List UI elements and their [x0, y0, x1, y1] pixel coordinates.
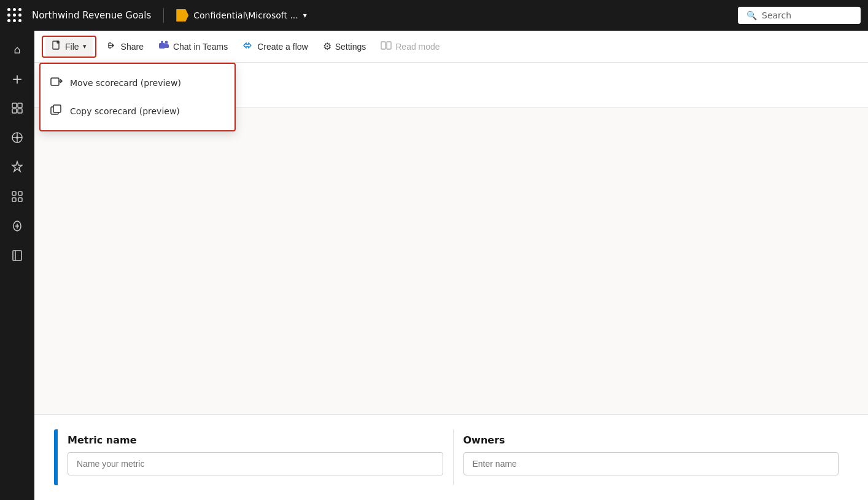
sidebar-item-browse[interactable]	[4, 95, 31, 122]
file-button[interactable]: File ▾	[45, 37, 93, 57]
svg-rect-14	[13, 251, 21, 260]
move-scorecard-label: Move scorecard (preview)	[70, 78, 181, 88]
share-button[interactable]: Share	[101, 37, 150, 57]
app-title: Northwind Revenue Goals	[32, 10, 151, 21]
file-icon	[52, 41, 61, 53]
settings-label: Settings	[335, 42, 366, 52]
copy-scorecard-label: Copy scorecard (preview)	[70, 106, 180, 116]
svg-point-19	[165, 41, 168, 44]
settings-button[interactable]: ⚙ Settings	[317, 37, 373, 56]
file-section: File ▾	[42, 36, 96, 58]
file-dropdown: Move scorecard (preview) Copy scorecard …	[39, 63, 236, 131]
share-icon	[107, 41, 117, 53]
svg-rect-26	[53, 105, 61, 112]
svg-rect-12	[12, 198, 16, 201]
svg-point-5	[16, 136, 18, 139]
app-launcher[interactable]	[7, 8, 22, 23]
metric-name-label: Metric name	[68, 434, 443, 446]
teams-icon	[158, 41, 169, 53]
metric-form: Metric name Owners	[34, 415, 868, 500]
svg-point-21	[161, 41, 163, 43]
chat-teams-label: Chat in Teams	[173, 42, 228, 52]
move-scorecard-icon	[50, 76, 63, 90]
svg-rect-1	[18, 103, 22, 107]
search-box[interactable]: 🔍 Search	[738, 7, 861, 24]
file-label: File	[65, 42, 79, 52]
chevron-down-icon: ▾	[303, 11, 307, 20]
main-content: File ▾ Share	[34, 31, 868, 500]
svg-rect-0	[12, 103, 17, 107]
copy-scorecard-icon	[50, 104, 63, 118]
create-flow-label: Create a flow	[257, 42, 308, 52]
svg-rect-22	[381, 42, 386, 49]
sidebar-item-create[interactable]: +	[4, 65, 31, 92]
tag-icon	[176, 9, 188, 21]
svg-rect-10	[12, 192, 16, 195]
owners-group: Owners	[454, 429, 849, 485]
flow-icon	[242, 41, 254, 52]
sidebar-item-launch[interactable]	[4, 213, 31, 240]
sidebar: ⌂ +	[0, 31, 34, 500]
svg-rect-20	[165, 44, 169, 48]
sensitivity-label[interactable]: Confidential\Microsoft ... ▾	[176, 9, 307, 21]
create-flow-button[interactable]: Create a flow	[236, 37, 314, 56]
main-layout: ⌂ +	[0, 31, 868, 500]
svg-rect-23	[387, 42, 391, 49]
sidebar-item-home[interactable]: ⌂	[4, 36, 31, 63]
metric-name-input[interactable]	[68, 452, 443, 475]
share-label: Share	[121, 42, 144, 52]
sidebar-item-apps[interactable]	[4, 183, 31, 210]
empty-area	[34, 108, 868, 415]
copy-scorecard-item[interactable]: Copy scorecard (preview)	[41, 97, 234, 125]
move-scorecard-item[interactable]: Move scorecard (preview)	[41, 69, 234, 97]
top-bar: Northwind Revenue Goals Confidential\Mic…	[0, 0, 868, 31]
read-mode-label: Read mode	[395, 42, 440, 52]
search-icon: 🔍	[746, 10, 757, 20]
chat-teams-button[interactable]: Chat in Teams	[152, 37, 234, 57]
toolbar: File ▾ Share	[34, 31, 868, 63]
file-chevron-icon: ▾	[83, 42, 87, 50]
metric-name-group: Metric name	[58, 429, 454, 485]
metric-fields: Metric name Owners	[58, 429, 848, 485]
svg-rect-2	[12, 109, 17, 113]
owners-input[interactable]	[463, 452, 839, 475]
svg-rect-24	[51, 78, 59, 85]
divider	[163, 8, 164, 23]
owners-label: Owners	[463, 434, 839, 446]
svg-rect-3	[18, 109, 22, 113]
read-mode-button[interactable]: Read mode	[374, 37, 446, 56]
svg-rect-11	[18, 192, 22, 195]
svg-rect-13	[18, 198, 22, 201]
search-placeholder: Search	[762, 10, 791, 20]
sensitivity-text: Confidential\Microsoft ...	[193, 10, 298, 20]
settings-icon: ⚙	[323, 41, 331, 52]
sidebar-item-hub[interactable]	[4, 124, 31, 151]
sidebar-item-goals[interactable]	[4, 154, 31, 181]
svg-rect-18	[159, 43, 165, 49]
sidebar-item-book[interactable]	[4, 242, 31, 269]
read-mode-icon	[381, 41, 392, 52]
